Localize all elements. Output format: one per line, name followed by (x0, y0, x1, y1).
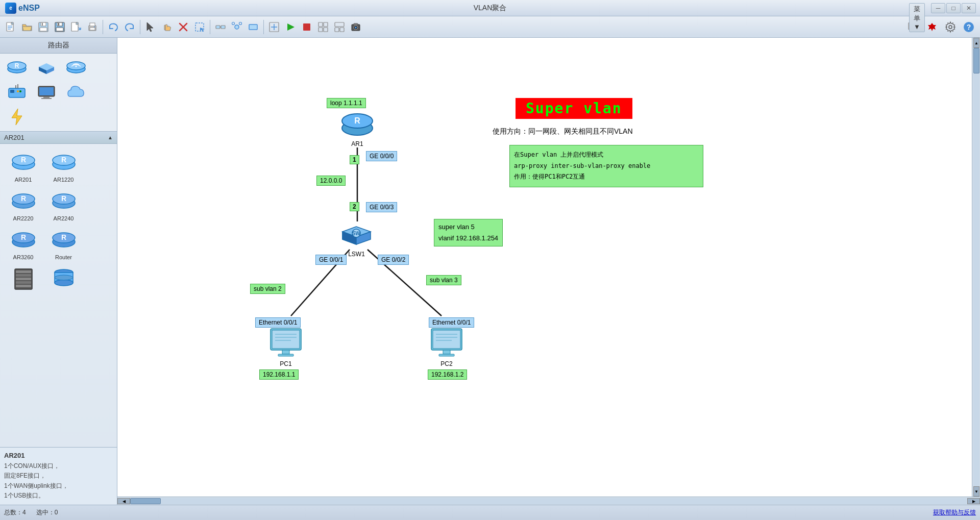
sub-vlan3-label: sub vlan 3 (426, 275, 461, 285)
svg-rect-43 (324, 28, 328, 32)
super-vlan-box: super vlan 5 vlanif 192.168.1.254 (434, 219, 503, 246)
svg-rect-93 (16, 270, 31, 273)
svg-rect-21 (164, 25, 165, 30)
ge03-label: GE 0/0/3 (366, 202, 397, 212)
sidebar-category-ar201[interactable]: AR201 ▲ (0, 131, 117, 144)
sidebar-item-cloud[interactable] (63, 82, 89, 103)
pc1-label: PC1 (280, 360, 291, 367)
hand-button[interactable] (159, 19, 175, 35)
undo-button[interactable] (106, 19, 121, 35)
device-item-ar201[interactable]: R AR201 (4, 148, 42, 185)
help-button[interactable]: ? (961, 19, 977, 35)
svg-rect-11 (56, 28, 63, 31)
layout-button[interactable] (332, 19, 347, 35)
svg-rect-96 (16, 281, 31, 284)
export-button[interactable] (68, 19, 84, 35)
delete-button[interactable] (176, 19, 191, 35)
start-button[interactable] (283, 19, 298, 35)
info-line2: 固定8FE接口， (4, 472, 46, 479)
svg-rect-71 (43, 96, 50, 98)
canvas-scrollbar-horizontal[interactable]: ◀ ▶ (117, 497, 980, 505)
pc2-label: PC2 (440, 360, 452, 367)
maximize-button[interactable]: □ (946, 3, 961, 13)
zoom-custom-button[interactable] (266, 19, 282, 35)
info-line3: 1个WAN侧uplink接口， (4, 482, 68, 489)
window-controls: 菜 单▼ ─ □ ✕ (931, 3, 976, 13)
pc2-ip-label: 192.168.1.2 (428, 369, 467, 380)
info-text: 1个CON/AUX接口， 固定8FE接口， 1个WAN侧uplink接口， 1个… (4, 461, 113, 501)
sidebar-item-power[interactable] (4, 107, 30, 127)
print-button[interactable] (85, 19, 100, 35)
square-button[interactable] (246, 19, 261, 35)
ar1-router[interactable]: R AR1 (341, 107, 374, 147)
svg-rect-17 (90, 28, 95, 30)
device-item-server[interactable] (44, 264, 83, 295)
lsw1-switch[interactable]: SW LSW1 (340, 219, 373, 258)
sidebar-item-router-wifi[interactable] (63, 58, 89, 78)
device-label-router: Router (55, 254, 72, 260)
save-button[interactable] (52, 19, 67, 35)
statusbar: 总数：4 选中：0 获取帮助与反馈 (0, 505, 980, 520)
device-item-ar1220[interactable]: R AR1220 (44, 148, 83, 185)
svg-rect-119 (443, 350, 450, 354)
svg-rect-118 (433, 330, 460, 349)
stop-button[interactable] (299, 19, 314, 35)
area-select-button[interactable] (192, 19, 207, 35)
sidebar: 路由器 R (0, 38, 117, 505)
device-item-ar3260[interactable]: R AR3260 (4, 226, 42, 262)
green-line2: arp-proxy inter-sub-vlan-proxy enable (514, 162, 650, 169)
topology-button[interactable] (229, 19, 244, 35)
canvas[interactable]: loop 1.1.1.1 R AR1 GE 0/0/0 1 12.0.0.0 2… (117, 38, 980, 505)
ar1-router-icon: R (341, 107, 374, 139)
device-item-router[interactable]: R Router (44, 226, 83, 262)
sidebar-item-router-r[interactable]: R (4, 58, 30, 78)
svg-point-101 (55, 275, 73, 280)
device-label-ar1220: AR1220 (54, 177, 74, 183)
huawei-button[interactable] (924, 19, 940, 35)
device-label-ar2240: AR2240 (54, 215, 74, 221)
svg-rect-112 (282, 350, 289, 354)
sidebar-item-router-adsl[interactable] (4, 82, 30, 103)
svg-rect-26 (216, 26, 220, 29)
toolbar-sep4 (263, 20, 264, 34)
device-item-ar2220[interactable]: R AR2220 (4, 187, 42, 224)
green-line1: 在Super vlan 上并启代理模式 (514, 151, 603, 158)
super-vlan-title: Super vlan (516, 98, 632, 119)
svg-point-66 (17, 90, 19, 92)
new-button[interactable] (3, 19, 18, 35)
canvas-scrollbar-vertical[interactable]: ▲ ▼ (972, 38, 980, 497)
pc1-ip-label: 192.168.1.1 (259, 369, 299, 380)
ge01-label: GE 0/0/1 (315, 255, 347, 265)
device-item-ar2240[interactable]: R AR2240 (44, 187, 83, 224)
pc2[interactable]: PC2 (429, 326, 464, 367)
svg-rect-10 (58, 23, 59, 26)
svg-rect-39 (303, 23, 310, 31)
select-button[interactable] (143, 19, 158, 35)
redo-button[interactable] (122, 19, 137, 35)
menu-button[interactable]: 菜 单▼ (909, 3, 925, 32)
open-button[interactable] (19, 19, 35, 35)
settings-button[interactable] (942, 19, 959, 35)
save-all-button[interactable] (36, 19, 51, 35)
sidebar-item-router-3d[interactable] (34, 58, 59, 78)
svg-text:R: R (61, 194, 66, 203)
device-grid: R AR201 R AR1220 (2, 146, 115, 297)
close-button[interactable]: ✕ (962, 3, 976, 13)
link-button[interactable] (213, 19, 228, 35)
svg-text:R: R (20, 194, 26, 203)
sub-vlan2-label: sub vlan 2 (250, 284, 285, 294)
num1-badge: 1 (350, 155, 359, 164)
svg-rect-40 (318, 22, 323, 27)
svg-rect-120 (439, 354, 454, 356)
minimize-button[interactable]: ─ (931, 3, 945, 13)
grid-button[interactable] (315, 19, 331, 35)
sidebar-top-icons: R (0, 54, 117, 131)
pc1[interactable]: PC1 (268, 326, 304, 367)
svg-rect-113 (278, 354, 293, 356)
info-title: AR201 (4, 452, 113, 459)
sidebar-item-monitor[interactable] (34, 82, 59, 103)
device-item-rack[interactable] (4, 264, 42, 295)
info-line1: 1个CON/AUX接口， (4, 462, 60, 469)
capture-button[interactable] (348, 19, 363, 35)
status-link[interactable]: 获取帮助与反馈 (933, 508, 976, 517)
